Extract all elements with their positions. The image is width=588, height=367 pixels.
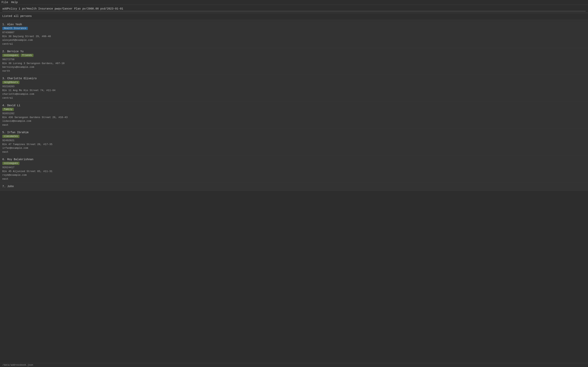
person-tags: colleaguesfriends: [2, 54, 586, 57]
person-tags: family: [2, 108, 586, 111]
command-input-area: [0, 5, 588, 13]
person-card: 4. David Lifamily91031282Blk 436 Serango…: [0, 102, 588, 129]
person-card: 6. Roy Balakrishnancolleagues92624417Blk…: [0, 156, 588, 183]
person-detail: 93210283: [2, 85, 586, 89]
person-detail: alexyeoh@example.com: [2, 38, 586, 42]
person-detail: east: [2, 150, 586, 154]
divider: [0, 20, 588, 20]
command-input[interactable]: [2, 6, 586, 11]
person-detail: Blk 11 Ang Mo Kio Street 74, #11-04: [2, 89, 586, 92]
menu-bar: File Help: [0, 0, 588, 5]
person-card: 5. Irfan Ibrahimclassmates92492021Blk 47…: [0, 129, 588, 156]
menu-help[interactable]: Help: [11, 1, 18, 4]
person-name: 2. Bernice Yu: [2, 50, 586, 53]
status-text: Listed all persons: [2, 15, 32, 18]
person-name: 1. Alex Yeoh: [2, 23, 586, 26]
person-name: 5. Irfan Ibrahim: [2, 131, 586, 134]
person-detail: 92624417: [2, 166, 586, 169]
person-tags: Health Insurance: [2, 27, 586, 30]
person-detail: 99272758: [2, 58, 586, 62]
person-card: 1. Alex YeohHealth Insurance87438807Blk …: [0, 21, 588, 48]
tag-family: family: [2, 108, 14, 111]
person-detail: Blk 47 Tampines Street 20, #17-35: [2, 142, 586, 146]
person-name: 4. David Li: [2, 104, 586, 107]
person-card: 2. Bernice Yucolleaguesfriends99272758Bl…: [0, 48, 588, 75]
tag-health-insurance: Health Insurance: [2, 27, 28, 30]
person-detail: Blk 436 Serangoon Gardens Street 26, #16…: [2, 116, 586, 119]
tag-colleagues: colleagues: [2, 162, 19, 165]
status-area: Listed all persons: [0, 13, 588, 19]
person-detail: Blk 45 Aljunied Street 85, #11-31: [2, 169, 586, 173]
tag-classmates: classmates: [2, 135, 19, 138]
tag-colleagues: colleagues: [2, 54, 19, 57]
person-detail: 91031282: [2, 112, 586, 116]
person-detail: 87438807: [2, 31, 586, 34]
person-detail: Blk 30 Geylang Street 29, #06-40: [2, 34, 586, 38]
person-tags: classmates: [2, 135, 586, 138]
person-list[interactable]: 1. Alex YeohHealth Insurance87438807Blk …: [0, 21, 588, 363]
person-detail: central: [2, 42, 586, 46]
status-bar-text: /data/addressbook.json: [2, 364, 33, 367]
person-name: 7. John: [2, 185, 586, 188]
person-detail: berniceyu@example.com: [2, 65, 586, 69]
person-detail: lidavid@example.com: [2, 119, 586, 123]
person-detail: royb@example.com: [2, 173, 586, 177]
person-detail: Blk 30 Lorong 3 Serangoon Gardens, #07-1…: [2, 62, 586, 66]
person-name: 3. Charlotte Oliveiro: [2, 77, 586, 80]
person-name: 6. Roy Balakrishnan: [2, 158, 586, 161]
person-tags: colleagues: [2, 162, 586, 165]
person-card: 7. John: [0, 183, 588, 191]
person-card: 3. Charlotte Oliveironeighbours93210283B…: [0, 75, 588, 102]
person-detail: north: [2, 69, 586, 73]
status-bar: /data/addressbook.json: [0, 363, 588, 367]
menu-file[interactable]: File: [1, 1, 8, 4]
tag-friends: friends: [21, 54, 34, 57]
person-detail: east: [2, 177, 586, 181]
person-detail: irfan@example.com: [2, 146, 586, 150]
person-tags: neighbours: [2, 81, 586, 84]
person-detail: 92492021: [2, 139, 586, 142]
tag-neighbours: neighbours: [2, 81, 19, 84]
person-detail: central: [2, 96, 586, 100]
person-detail: east: [2, 123, 586, 127]
person-detail: charlotte@example.com: [2, 92, 586, 96]
